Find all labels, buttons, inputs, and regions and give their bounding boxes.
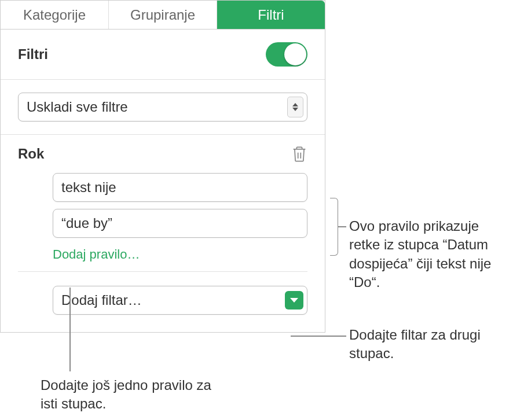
chevron-down-icon — [285, 291, 303, 310]
rule-section: tekst nije “due by” Dodaj pravilo… — [1, 167, 325, 271]
tab-filters[interactable]: Filtri — [217, 1, 325, 29]
add-rule-link[interactable]: Dodaj pravilo… — [53, 245, 140, 271]
callout-rule: Ovo pravilo prikazuje retke iz stupca “D… — [349, 217, 511, 292]
add-filter-row: Dodaj filtar… — [1, 272, 325, 332]
callout-line — [338, 226, 346, 227]
trash-icon[interactable] — [291, 145, 307, 163]
match-select[interactable]: Uskladi sve filtre — [18, 93, 307, 121]
callout-line — [69, 288, 71, 371]
filter-panel: Kategorije Grupiranje Filtri Filtri Uskl… — [0, 0, 325, 333]
filter-header: Filtri — [1, 30, 325, 80]
toggle-knob — [284, 43, 306, 65]
callout-add-rule: Dodajte još jedno pravilo za isti stupac… — [41, 376, 214, 414]
rule-value-label: “due by” — [61, 215, 112, 231]
rule-condition-select[interactable]: tekst nije — [53, 173, 307, 202]
match-row: Uskladi sve filtre — [1, 80, 325, 135]
rule-value-input[interactable]: “due by” — [53, 209, 307, 238]
panel-content: Filtri Uskladi sve filtre Rok tekst nije… — [1, 30, 325, 332]
add-filter-select[interactable]: Dodaj filtar… — [53, 286, 307, 315]
tab-grouping[interactable]: Grupiranje — [109, 1, 217, 29]
tab-bar: Kategorije Grupiranje Filtri — [1, 1, 325, 30]
updown-icon — [287, 97, 303, 117]
filters-toggle[interactable] — [266, 42, 307, 67]
callout-line — [291, 336, 346, 337]
tab-categories[interactable]: Kategorije — [1, 1, 109, 29]
add-filter-label: Dodaj filtar… — [61, 292, 142, 308]
column-name: Rok — [18, 146, 44, 162]
filter-title: Filtri — [18, 46, 48, 62]
match-label: Uskladi sve filtre — [27, 99, 128, 115]
rule-condition-label: tekst nije — [61, 179, 116, 196]
callout-add-filter: Dodajte filtar za drugi stupac. — [349, 326, 500, 363]
column-header: Rok — [1, 135, 325, 167]
callout-bracket — [330, 198, 338, 256]
